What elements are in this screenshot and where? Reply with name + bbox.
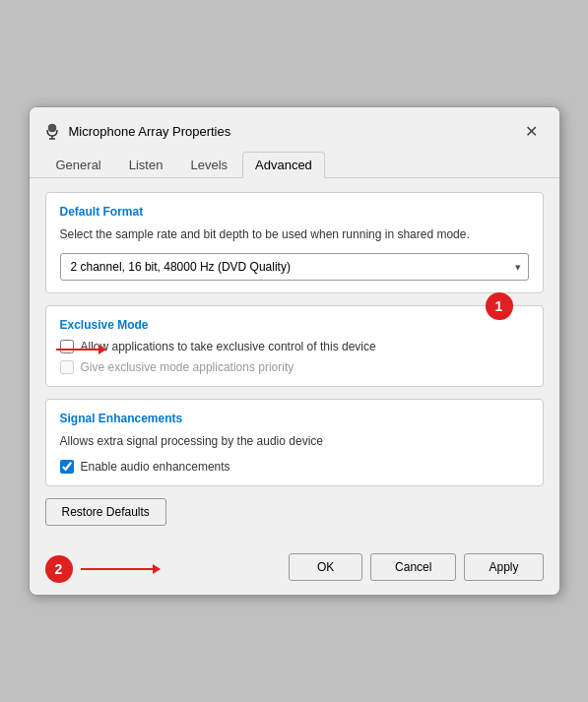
tab-advanced[interactable]: Advanced bbox=[242, 152, 325, 178]
exclusive-priority-label: Give exclusive mode applications priorit… bbox=[81, 360, 294, 374]
tab-levels[interactable]: Levels bbox=[177, 152, 240, 178]
ok-button[interactable]: OK bbox=[289, 553, 362, 581]
svg-point-0 bbox=[48, 124, 56, 132]
close-button[interactable]: ✕ bbox=[518, 117, 546, 145]
signal-enhancements-section: Signal Enhancements Allows extra signal … bbox=[45, 399, 544, 486]
default-format-section: Default Format Select the sample rate an… bbox=[45, 192, 544, 293]
exclusive-control-checkbox[interactable] bbox=[60, 340, 74, 353]
tab-bar: General Listen Levels Advanced bbox=[30, 145, 559, 178]
microphone-icon bbox=[43, 122, 61, 140]
restore-defaults-button[interactable]: Restore Defaults bbox=[45, 498, 166, 526]
exclusive-mode-title: Exclusive Mode bbox=[60, 318, 529, 332]
audio-enhancements-checkbox[interactable] bbox=[60, 460, 74, 474]
audio-enhancements-label: Enable audio enhancements bbox=[81, 460, 230, 474]
annotation-2: 2 bbox=[45, 555, 160, 583]
exclusive-control-row: Allow applications to take exclusive con… bbox=[60, 340, 529, 353]
title-bar-left: Microphone Array Properties bbox=[43, 122, 231, 140]
title-bar: Microphone Array Properties ✕ bbox=[30, 107, 559, 145]
exclusive-mode-section: 1 Exclusive Mode Allow applications to t… bbox=[45, 305, 544, 387]
tab-listen[interactable]: Listen bbox=[116, 152, 176, 178]
cancel-button[interactable]: Cancel bbox=[370, 553, 456, 581]
tab-general[interactable]: General bbox=[43, 152, 114, 178]
tab-content: Default Format Select the sample rate an… bbox=[30, 178, 559, 543]
default-format-title: Default Format bbox=[60, 205, 529, 219]
dialog-title: Microphone Array Properties bbox=[69, 124, 231, 139]
apply-button[interactable]: Apply bbox=[464, 553, 543, 581]
dialog-window: Microphone Array Properties ✕ General Li… bbox=[29, 106, 560, 596]
exclusive-priority-checkbox[interactable] bbox=[60, 360, 74, 374]
signal-enhancements-title: Signal Enhancements bbox=[60, 412, 529, 425]
sample-rate-dropdown-row: 2 channel, 16 bit, 48000 Hz (DVD Quality… bbox=[60, 253, 529, 281]
dialog-footer: 2 OK Cancel Apply bbox=[30, 543, 559, 595]
annotation-badge-1: 1 bbox=[486, 292, 513, 320]
audio-enhancements-row: Enable audio enhancements bbox=[60, 460, 529, 474]
annotation-badge-2: 2 bbox=[45, 555, 73, 583]
exclusive-priority-row: Give exclusive mode applications priorit… bbox=[60, 360, 529, 374]
sample-rate-dropdown[interactable]: 2 channel, 16 bit, 48000 Hz (DVD Quality… bbox=[60, 253, 529, 281]
default-format-description: Select the sample rate and bit depth to … bbox=[60, 226, 529, 243]
annotation-arrow-1 bbox=[56, 349, 105, 351]
annotation-1: 1 bbox=[486, 292, 513, 320]
exclusive-control-label: Allow applications to take exclusive con… bbox=[81, 340, 376, 353]
signal-enhancements-description: Allows extra signal processing by the au… bbox=[60, 433, 529, 450]
